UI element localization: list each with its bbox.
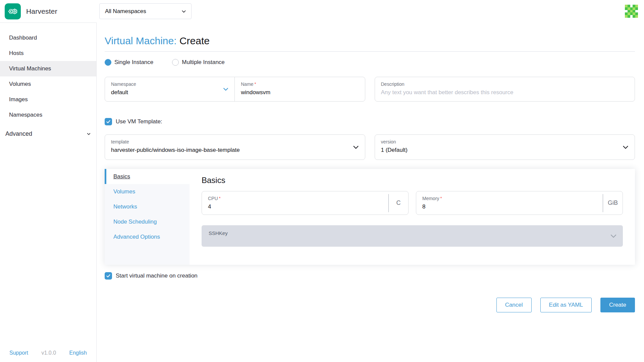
- sidebar-item-dashboard[interactable]: Dashboard: [0, 30, 96, 46]
- name-input[interactable]: [241, 89, 359, 96]
- cpu-input[interactable]: [208, 203, 382, 210]
- chevron-down-icon: [622, 143, 629, 151]
- name-row: Namespace default Name* Description: [105, 77, 635, 102]
- namespace-value: default: [111, 89, 228, 96]
- namespace-filter-value: All Namespaces: [105, 8, 146, 15]
- template-label: template: [111, 139, 359, 145]
- chevron-down-icon: [87, 132, 91, 136]
- memory-unit: GiB: [603, 191, 623, 215]
- sidebar-nav: Dashboard Hosts Virtual Machines Volumes…: [0, 23, 96, 123]
- chevron-down-icon: [609, 232, 618, 240]
- required-marker: *: [219, 196, 221, 201]
- radio-single-instance[interactable]: Single Instance: [105, 59, 153, 66]
- sidebar-item-images[interactable]: Images: [0, 92, 96, 107]
- page-title-action: Create: [179, 35, 210, 46]
- required-marker: *: [440, 196, 442, 201]
- tab-volumes[interactable]: Volumes: [105, 184, 190, 199]
- tab-networks[interactable]: Networks: [105, 199, 190, 214]
- radio-selected-icon: [105, 59, 111, 66]
- cpu-memory-row: CPU* C Memory*: [202, 191, 623, 215]
- radio-multiple-instance[interactable]: Multiple Instance: [172, 59, 225, 66]
- required-marker: *: [255, 81, 256, 86]
- memory-label: Memory*: [422, 195, 597, 201]
- memory-input[interactable]: [422, 203, 597, 210]
- description-field: Description: [375, 77, 635, 102]
- radio-multiple-instance-label: Multiple Instance: [182, 59, 225, 66]
- sshkey-select[interactable]: SSHKey: [202, 225, 623, 247]
- sidebar: Dashboard Hosts Virtual Machines Volumes…: [0, 22, 97, 362]
- memory-field: Memory* GiB: [416, 191, 623, 215]
- main-content: Virtual Machine: Create Single Instance …: [97, 22, 644, 362]
- start-on-creation-label: Start virtual machine on creation: [116, 273, 198, 279]
- version-value: 1 (Default): [381, 147, 629, 154]
- template-value: harvester-public/windows-iso-image-base-…: [111, 147, 359, 154]
- app-window: Harvester All Namespaces Dashboard Hosts…: [0, 0, 644, 362]
- cpu-field: CPU* C: [202, 191, 409, 215]
- app-title: Harvester: [26, 7, 57, 15]
- name-label: Name*: [241, 81, 359, 87]
- description-label: Description: [381, 81, 629, 87]
- sidebar-item-volumes[interactable]: Volumes: [0, 76, 96, 92]
- support-link[interactable]: Support: [9, 350, 28, 356]
- sidebar-item-advanced[interactable]: Advanced: [0, 125, 96, 142]
- version-select[interactable]: version 1 (Default): [375, 134, 635, 160]
- cpu-label: CPU*: [208, 195, 382, 201]
- config-tab-list: Basics Volumes Networks Node Scheduling …: [105, 169, 190, 265]
- template-select[interactable]: template harvester-public/windows-iso-im…: [105, 134, 365, 160]
- use-vm-template-label: Use VM Template:: [116, 118, 162, 125]
- basics-heading: Basics: [202, 176, 623, 185]
- chevron-down-icon: [181, 9, 186, 14]
- checkbox-checked-icon: [105, 118, 112, 125]
- tab-advanced-options[interactable]: Advanced Options: [105, 229, 190, 244]
- version-label: version: [381, 139, 629, 145]
- sidebar-item-virtual-machines[interactable]: Virtual Machines: [0, 61, 96, 76]
- page-title: Virtual Machine: Create: [105, 35, 635, 47]
- sidebar-advanced-label: Advanced: [5, 130, 32, 137]
- instance-type-radio-group: Single Instance Multiple Instance: [105, 59, 635, 66]
- use-vm-template-checkbox[interactable]: Use VM Template:: [105, 118, 635, 125]
- sidebar-item-hosts[interactable]: Hosts: [0, 46, 96, 61]
- tab-basics-panel: Basics CPU* C: [190, 169, 635, 265]
- tab-node-scheduling[interactable]: Node Scheduling: [105, 214, 190, 229]
- cpu-unit: C: [388, 191, 408, 215]
- namespace-name-group: Namespace default Name*: [105, 77, 365, 102]
- template-row: template harvester-public/windows-iso-im…: [105, 134, 635, 160]
- page-title-resource: Virtual Machine:: [105, 35, 177, 46]
- checkbox-checked-icon: [105, 272, 112, 280]
- sshkey-label: SSHKey: [209, 230, 228, 236]
- chevron-down-icon: [352, 143, 360, 151]
- sidebar-footer: Support v1.0.0 English: [0, 350, 96, 356]
- radio-single-instance-label: Single Instance: [114, 59, 153, 66]
- description-input[interactable]: [381, 89, 629, 96]
- version-label: v1.0.0: [41, 350, 56, 356]
- radio-unselected-icon: [172, 59, 179, 66]
- sidebar-item-namespaces[interactable]: Namespaces: [0, 107, 96, 123]
- user-avatar[interactable]: [625, 5, 638, 18]
- namespace-filter-select[interactable]: All Namespaces: [99, 3, 192, 19]
- language-link[interactable]: English: [69, 350, 87, 356]
- title-divider: [105, 51, 635, 52]
- name-field: Name*: [235, 77, 365, 101]
- namespace-select[interactable]: Namespace default: [105, 77, 235, 101]
- namespace-label: Namespace: [111, 81, 228, 87]
- home-link[interactable]: Harvester: [0, 3, 97, 19]
- chevron-down-icon: [222, 86, 229, 93]
- app-header: Harvester All Namespaces: [0, 0, 644, 22]
- start-on-creation-checkbox[interactable]: Start virtual machine on creation: [105, 272, 635, 280]
- tab-basics[interactable]: Basics: [105, 169, 190, 184]
- form-actions: Cancel Edit as YAML Create: [105, 298, 635, 312]
- create-button[interactable]: Create: [600, 298, 635, 312]
- edit-yaml-button[interactable]: Edit as YAML: [540, 298, 592, 312]
- vm-config-card: Basics Volumes Networks Node Scheduling …: [105, 169, 635, 265]
- cancel-button[interactable]: Cancel: [496, 298, 532, 312]
- harvester-logo-icon: [5, 3, 21, 19]
